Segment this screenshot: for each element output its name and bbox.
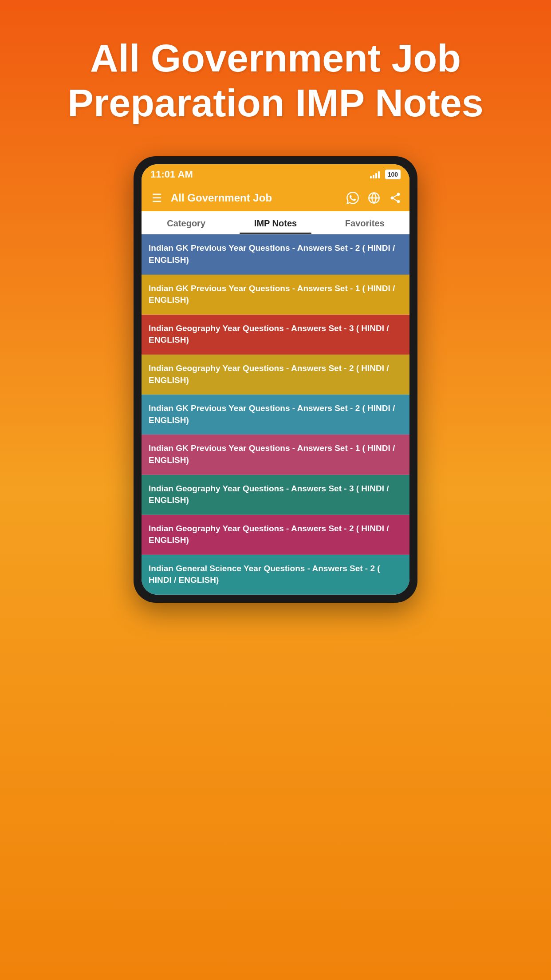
signal-icon	[370, 170, 380, 178]
list-item[interactable]: Indian GK Previous Year Questions - Answ…	[142, 395, 409, 435]
tab-category[interactable]: Category	[142, 211, 231, 234]
page-title: All Government Job Preparation IMP Notes	[0, 0, 551, 152]
phone-screen: 11:01 AM 100 ☰ All Government Job	[142, 164, 409, 595]
list-item[interactable]: Indian General Science Year Questions - …	[142, 555, 409, 595]
tab-imp-notes[interactable]: IMP Notes	[231, 211, 320, 234]
list-item[interactable]: Indian GK Previous Year Questions - Answ…	[142, 234, 409, 274]
list-item[interactable]: Indian GK Previous Year Questions - Answ…	[142, 435, 409, 474]
app-bar-title: All Government Job	[171, 192, 341, 204]
tabs-bar: Category IMP Notes Favorites	[142, 211, 409, 234]
list-item[interactable]: Indian GK Previous Year Questions - Answ…	[142, 275, 409, 315]
whatsapp-icon[interactable]	[346, 191, 360, 205]
list-container: Indian GK Previous Year Questions - Answ…	[142, 234, 409, 595]
battery-indicator: 100	[385, 170, 401, 179]
list-item[interactable]: Indian Geography Year Questions - Answer…	[142, 355, 409, 395]
phone-mockup: 11:01 AM 100 ☰ All Government Job	[134, 156, 417, 603]
list-item[interactable]: Indian Geography Year Questions - Answer…	[142, 315, 409, 355]
app-bar-actions	[346, 191, 402, 205]
share-icon[interactable]	[388, 191, 402, 205]
tab-favorites[interactable]: Favorites	[320, 211, 409, 234]
status-icons: 100	[370, 170, 401, 179]
globe-icon[interactable]	[367, 191, 381, 205]
app-bar: ☰ All Government Job	[142, 185, 409, 211]
hamburger-icon[interactable]: ☰	[149, 191, 165, 205]
list-item[interactable]: Indian Geography Year Questions - Answer…	[142, 515, 409, 555]
status-time: 11:01 AM	[150, 169, 193, 180]
list-item[interactable]: Indian Geography Year Questions - Answer…	[142, 475, 409, 515]
status-bar: 11:01 AM 100	[142, 164, 409, 185]
